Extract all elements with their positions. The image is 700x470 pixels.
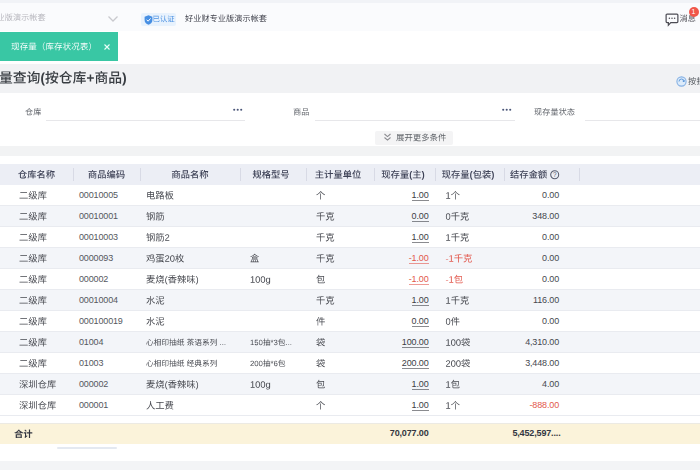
svg-text:?: ? (553, 171, 557, 178)
